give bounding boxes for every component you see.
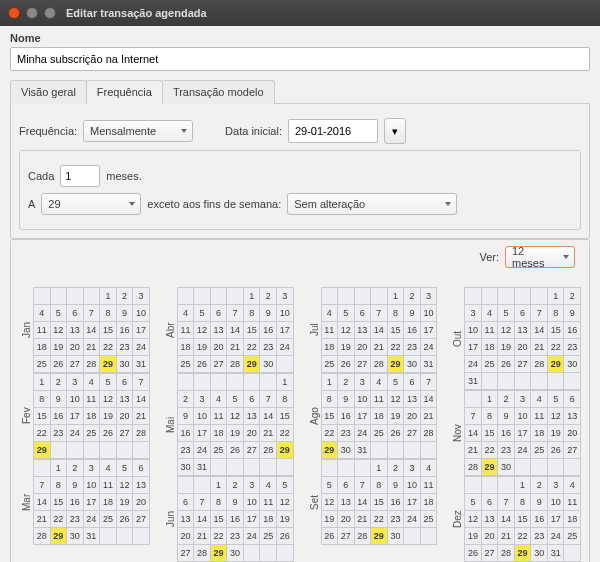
calendar-day: 5 <box>338 305 355 322</box>
calendar-day: 21 <box>34 511 51 528</box>
calendar-day: 29 <box>514 545 531 562</box>
calendar-day <box>514 373 531 390</box>
on-day-select[interactable]: 29 <box>41 193 141 215</box>
tab-frequency[interactable]: Frequência <box>86 80 163 104</box>
calendar-day: 23 <box>498 442 515 459</box>
calendar-day: 6 <box>133 460 150 477</box>
calendar-day: 9 <box>227 494 244 511</box>
calendar-day: 31 <box>420 356 437 373</box>
start-date-picker-button[interactable]: ▾ <box>384 118 406 144</box>
month-calendar: 1234567891011121314151617181920212223242… <box>33 373 150 459</box>
calendar-day: 14 <box>194 511 211 528</box>
calendar-day: 13 <box>404 391 421 408</box>
calendar-day: 18 <box>420 494 437 511</box>
calendar-day <box>194 288 211 305</box>
calendar-day: 1 <box>100 288 117 305</box>
calendar-day: 9 <box>404 305 421 322</box>
calendar-day: 30 <box>564 356 581 373</box>
weekend-select[interactable]: Sem alteração <box>287 193 457 215</box>
name-label: Nome <box>10 32 590 44</box>
calendar-day: 7 <box>371 305 388 322</box>
calendar-day: 16 <box>50 408 67 425</box>
calendar-day: 3 <box>547 477 564 494</box>
calendar-day: 9 <box>498 408 515 425</box>
calendar-day: 19 <box>465 528 482 545</box>
calendar-day: 9 <box>50 391 67 408</box>
calendar-day: 28 <box>133 425 150 442</box>
calendar-day: 27 <box>481 545 498 562</box>
minimize-icon[interactable] <box>26 7 38 19</box>
calendar-day: 16 <box>177 425 194 442</box>
tab-overview[interactable]: Visão geral <box>10 80 87 104</box>
name-input[interactable] <box>10 47 590 71</box>
calendar-day: 10 <box>276 305 293 322</box>
calendar-day: 14 <box>133 391 150 408</box>
calendar-day: 8 <box>50 477 67 494</box>
calendar-day: 9 <box>564 305 581 322</box>
calendar-day: 27 <box>514 356 531 373</box>
calendar-day: 9 <box>67 477 84 494</box>
calendar-day: 10 <box>133 305 150 322</box>
calendar-day: 10 <box>547 494 564 511</box>
calendar-day: 20 <box>404 408 421 425</box>
tab-template[interactable]: Transação modelo <box>162 80 275 104</box>
calendar-day: 6 <box>116 374 133 391</box>
calendar-day <box>420 528 437 545</box>
calendar-day: 7 <box>465 408 482 425</box>
calendar-day: 4 <box>83 374 100 391</box>
calendar-day: 2 <box>387 460 404 477</box>
calendar-day <box>260 459 277 476</box>
calendar-day: 19 <box>276 511 293 528</box>
calendar-day: 4 <box>34 305 51 322</box>
frequency-pane: Frequência: Mensalmente Data inicial: ▾ … <box>10 104 590 239</box>
calendar-day: 11 <box>371 391 388 408</box>
calendar-day: 21 <box>420 408 437 425</box>
calendar-day: 23 <box>564 339 581 356</box>
calendar-day: 11 <box>83 391 100 408</box>
calendar-day: 16 <box>260 322 277 339</box>
calendar-day: 20 <box>243 425 260 442</box>
view-select[interactable]: 12 meses <box>505 246 575 268</box>
calendar-day: 8 <box>100 305 117 322</box>
calendar-day: 19 <box>321 511 338 528</box>
calendar-day: 12 <box>387 391 404 408</box>
calendar-day <box>243 545 260 562</box>
start-date-input[interactable] <box>288 119 378 143</box>
calendar-day <box>116 528 133 545</box>
calendar-day: 30 <box>531 545 548 562</box>
calendar-day <box>371 288 388 305</box>
calendar-day: 25 <box>34 356 51 373</box>
calendar-day: 24 <box>465 356 482 373</box>
month-label: Jul <box>307 287 321 373</box>
calendar-day: 4 <box>481 305 498 322</box>
maximize-icon[interactable] <box>44 7 56 19</box>
calendar-day: 4 <box>260 477 277 494</box>
tab-bar: Visão geral Frequência Transação modelo <box>10 79 590 104</box>
frequency-select[interactable]: Mensalmente <box>83 120 193 142</box>
calendar-day: 15 <box>210 511 227 528</box>
close-icon[interactable] <box>8 7 20 19</box>
calendar-day: 24 <box>547 528 564 545</box>
calendar-day: 21 <box>371 339 388 356</box>
every-value-spin[interactable] <box>60 165 100 187</box>
month-calendar: 1234567891011121314151617181920212223242… <box>177 373 294 476</box>
calendar-day: 28 <box>227 356 244 373</box>
calendar-day: 5 <box>465 494 482 511</box>
calendar-day: 25 <box>210 442 227 459</box>
calendar-day: 23 <box>116 339 133 356</box>
calendar-day: 23 <box>177 442 194 459</box>
calendar-day <box>116 442 133 459</box>
calendar-day: 29 <box>321 442 338 459</box>
calendar-day: 22 <box>481 442 498 459</box>
calendar-day: 29 <box>50 528 67 545</box>
calendar-day: 6 <box>404 374 421 391</box>
calendar-day: 14 <box>498 511 515 528</box>
calendar-day: 22 <box>371 511 388 528</box>
calendar-day: 25 <box>83 425 100 442</box>
calendar-day: 25 <box>100 511 117 528</box>
calendar-day: 15 <box>34 408 51 425</box>
calendar-day: 22 <box>243 339 260 356</box>
calendar-day: 6 <box>338 477 355 494</box>
calendar-day: 12 <box>465 511 482 528</box>
calendar-day: 25 <box>531 442 548 459</box>
